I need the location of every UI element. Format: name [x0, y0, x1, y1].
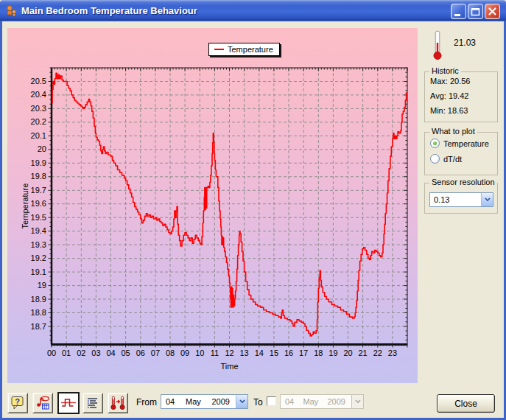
thermometer-transfer-icon	[110, 395, 126, 411]
music-log-button[interactable]	[32, 393, 53, 413]
historic-max-label: Max:	[430, 77, 448, 85]
window-title: Main Bedroom Temperature Behaviour	[21, 5, 197, 16]
historic-max-value: 20.56	[450, 77, 471, 85]
report-list-button[interactable]	[82, 393, 103, 413]
to-label: To	[253, 397, 263, 407]
radio-option-temperature[interactable]: Temperature	[430, 139, 497, 148]
sensor-transfer-button[interactable]	[108, 393, 128, 413]
svg-text:19.1: 19.1	[31, 267, 46, 276]
svg-text:16: 16	[284, 349, 293, 357]
svg-text:00: 00	[47, 349, 56, 357]
minimize-button[interactable]	[451, 4, 466, 19]
chart-icon	[60, 395, 77, 411]
historic-avg-row: Avg: 19.42	[430, 91, 497, 102]
close-button[interactable]: Close	[437, 394, 495, 413]
svg-text:19.5: 19.5	[31, 213, 46, 222]
svg-text:19.3: 19.3	[31, 240, 46, 249]
historic-avg-label: Avg:	[430, 91, 446, 100]
chevron-down-icon[interactable]	[481, 193, 493, 206]
from-date-value: 04 May 2009	[161, 395, 236, 408]
minimize-icon	[451, 4, 465, 18]
historic-title: Historic	[429, 66, 461, 75]
to-date-value: 04 May 2009	[281, 395, 351, 408]
radio-label-dtdt: dT/dt	[443, 155, 462, 164]
svg-text:07: 07	[151, 349, 160, 357]
svg-text:20.4: 20.4	[31, 90, 46, 99]
historic-min-value: 18.63	[448, 106, 468, 115]
chevron-down-icon	[351, 395, 363, 408]
legend-dash-icon	[214, 49, 224, 50]
svg-text:11: 11	[211, 349, 219, 357]
to-enable-checkbox[interactable]	[267, 396, 276, 406]
svg-text:06: 06	[136, 349, 145, 357]
what-to-plot-groupbox: What to plot Temperature dT/dt	[424, 132, 498, 175]
svg-text:18: 18	[314, 349, 323, 357]
svg-text:19: 19	[38, 281, 46, 290]
historic-avg-value: 19.42	[449, 91, 469, 100]
legend-label: Temperature	[228, 45, 273, 54]
to-year: 2009	[328, 397, 345, 406]
from-year: 2009	[212, 397, 230, 406]
svg-text:13: 13	[239, 349, 248, 357]
radio-option-dtdt[interactable]: dT/dt	[430, 154, 497, 164]
from-date-select[interactable]: 04 May 2009	[161, 394, 248, 409]
svg-text:20.2: 20.2	[31, 117, 46, 126]
svg-text:20: 20	[38, 144, 46, 153]
music-log-icon	[35, 395, 51, 411]
svg-text:09: 09	[180, 349, 189, 357]
historic-min-label: Min:	[430, 106, 446, 115]
svg-text:17: 17	[299, 349, 308, 357]
svg-text:18.7: 18.7	[31, 322, 46, 331]
svg-text:18.9: 18.9	[31, 295, 46, 304]
svg-text:10: 10	[195, 349, 204, 357]
svg-text:?: ?	[15, 397, 20, 406]
sensor-resolution-groupbox: Sensor resolution 0.13	[424, 183, 498, 214]
close-window-button[interactable]	[485, 4, 500, 19]
svg-text:19.2: 19.2	[31, 253, 46, 262]
radio-button[interactable]	[430, 154, 440, 164]
svg-text:21: 21	[358, 349, 367, 357]
gridlines	[52, 68, 407, 344]
x-axis-title: Time	[220, 362, 238, 371]
historic-max-row: Max: 20.56	[430, 76, 497, 87]
radio-label-temperature: Temperature	[443, 139, 489, 148]
svg-text:19.4: 19.4	[31, 226, 46, 235]
radio-button[interactable]	[430, 139, 440, 148]
list-icon	[85, 395, 101, 411]
axis-ticks	[49, 68, 408, 348]
svg-text:02: 02	[77, 349, 85, 357]
what-to-plot-title: What to plot	[429, 127, 477, 136]
maximize-icon	[468, 4, 482, 18]
sensor-resolution-select[interactable]: 0.13	[429, 192, 493, 207]
from-month: May	[186, 397, 201, 406]
current-temperature-reading: 21.03	[454, 38, 476, 48]
to-month: May	[303, 397, 318, 406]
close-button-label: Close	[454, 399, 477, 409]
svg-text:20.1: 20.1	[31, 131, 46, 140]
chart-legend: Temperature	[208, 43, 280, 56]
svg-text:12: 12	[225, 349, 233, 357]
svg-text:19.7: 19.7	[31, 186, 46, 195]
chevron-down-icon[interactable]	[236, 395, 247, 408]
temperature-series-line	[52, 73, 407, 336]
svg-text:03: 03	[91, 349, 100, 357]
sensor-resolution-title: Sensor resolution	[429, 178, 497, 186]
historic-groupbox: Historic Max: 20.56 Avg: 19.42 Min: 18.6…	[424, 71, 498, 122]
svg-text:04: 04	[106, 349, 115, 357]
svg-text:22: 22	[373, 349, 382, 357]
y-axis-title: Temperature	[21, 183, 29, 229]
app-icon	[4, 4, 18, 18]
help-icon: ?	[10, 395, 26, 411]
help-button[interactable]: ?	[7, 393, 28, 413]
titlebar: Main Bedroom Temperature Behaviour	[0, 0, 506, 21]
svg-text:19.9: 19.9	[31, 158, 46, 167]
maximize-button[interactable]	[468, 4, 483, 19]
chart-panel: 0001020304050607080910111213141516171819…	[7, 28, 418, 383]
chart-view-button[interactable]	[57, 392, 80, 414]
svg-text:23: 23	[388, 349, 397, 357]
svg-text:19.6: 19.6	[31, 199, 46, 208]
x-axis-labels: 0001020304050607080910111213141516171819…	[47, 349, 397, 357]
to-date-select: 04 May 2009	[280, 394, 364, 409]
from-day: 04	[166, 397, 175, 406]
svg-text:20.5: 20.5	[31, 77, 46, 85]
